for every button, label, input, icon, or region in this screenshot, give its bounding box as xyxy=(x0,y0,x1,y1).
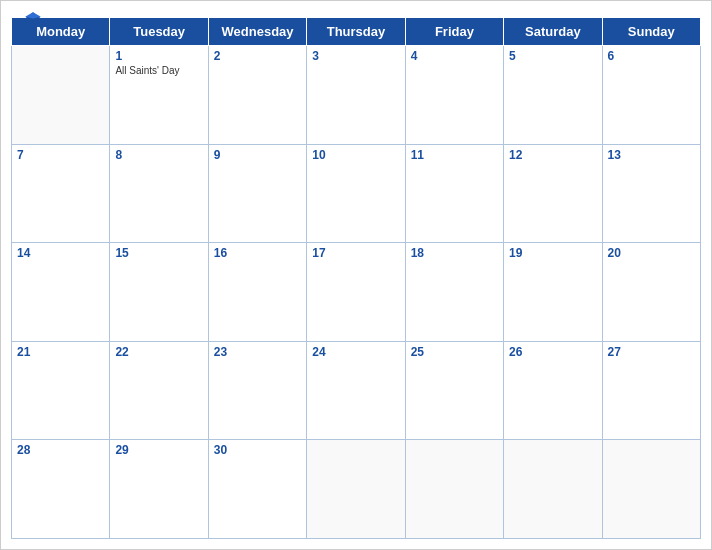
day-cell: 14 xyxy=(12,243,110,342)
day-number: 9 xyxy=(214,148,301,162)
day-number: 20 xyxy=(608,246,695,260)
day-cell: 27 xyxy=(602,341,700,440)
week-row-2: 14151617181920 xyxy=(12,243,701,342)
week-row-1: 78910111213 xyxy=(12,144,701,243)
day-number: 29 xyxy=(115,443,202,457)
day-cell: 1All Saints' Day xyxy=(110,46,208,145)
day-number: 28 xyxy=(17,443,104,457)
day-number: 1 xyxy=(115,49,202,63)
day-number: 5 xyxy=(509,49,596,63)
day-number: 6 xyxy=(608,49,695,63)
day-number: 23 xyxy=(214,345,301,359)
day-cell: 25 xyxy=(405,341,503,440)
day-cell: 18 xyxy=(405,243,503,342)
day-cell xyxy=(504,440,602,539)
day-cell: 11 xyxy=(405,144,503,243)
day-number: 19 xyxy=(509,246,596,260)
day-number: 3 xyxy=(312,49,399,63)
day-cell: 6 xyxy=(602,46,700,145)
day-cell: 21 xyxy=(12,341,110,440)
day-cell: 22 xyxy=(110,341,208,440)
day-number: 7 xyxy=(17,148,104,162)
day-number: 18 xyxy=(411,246,498,260)
day-cell: 4 xyxy=(405,46,503,145)
day-cell xyxy=(12,46,110,145)
header xyxy=(1,1,711,17)
day-cell: 24 xyxy=(307,341,405,440)
day-cell: 16 xyxy=(208,243,306,342)
day-cell: 28 xyxy=(12,440,110,539)
day-number: 15 xyxy=(115,246,202,260)
day-number: 11 xyxy=(411,148,498,162)
week-row-4: 282930 xyxy=(12,440,701,539)
weekday-thursday: Thursday xyxy=(307,18,405,46)
day-cell xyxy=(307,440,405,539)
day-cell: 30 xyxy=(208,440,306,539)
day-number: 12 xyxy=(509,148,596,162)
calendar-page: MondayTuesdayWednesdayThursdayFridaySatu… xyxy=(0,0,712,550)
weekday-sunday: Sunday xyxy=(602,18,700,46)
weekday-friday: Friday xyxy=(405,18,503,46)
holiday-label: All Saints' Day xyxy=(115,65,202,76)
day-number: 2 xyxy=(214,49,301,63)
day-number: 21 xyxy=(17,345,104,359)
day-number: 24 xyxy=(312,345,399,359)
generalblue-logo xyxy=(17,9,49,31)
week-row-3: 21222324252627 xyxy=(12,341,701,440)
calendar-body: 1All Saints' Day234567891011121314151617… xyxy=(12,46,701,539)
day-cell: 19 xyxy=(504,243,602,342)
week-row-0: 1All Saints' Day23456 xyxy=(12,46,701,145)
day-number: 25 xyxy=(411,345,498,359)
day-cell: 10 xyxy=(307,144,405,243)
day-number: 16 xyxy=(214,246,301,260)
calendar-table: MondayTuesdayWednesdayThursdayFridaySatu… xyxy=(11,17,701,539)
day-number: 26 xyxy=(509,345,596,359)
day-cell: 3 xyxy=(307,46,405,145)
weekday-saturday: Saturday xyxy=(504,18,602,46)
weekday-wednesday: Wednesday xyxy=(208,18,306,46)
day-cell: 8 xyxy=(110,144,208,243)
day-number: 4 xyxy=(411,49,498,63)
day-number: 30 xyxy=(214,443,301,457)
day-cell: 23 xyxy=(208,341,306,440)
day-cell: 17 xyxy=(307,243,405,342)
calendar-grid: MondayTuesdayWednesdayThursdayFridaySatu… xyxy=(1,17,711,549)
day-cell: 15 xyxy=(110,243,208,342)
day-number: 17 xyxy=(312,246,399,260)
day-cell: 29 xyxy=(110,440,208,539)
weekday-header-row: MondayTuesdayWednesdayThursdayFridaySatu… xyxy=(12,18,701,46)
day-cell: 26 xyxy=(504,341,602,440)
day-cell: 7 xyxy=(12,144,110,243)
day-number: 8 xyxy=(115,148,202,162)
day-cell: 5 xyxy=(504,46,602,145)
day-number: 22 xyxy=(115,345,202,359)
day-cell xyxy=(602,440,700,539)
day-number: 10 xyxy=(312,148,399,162)
day-number: 14 xyxy=(17,246,104,260)
day-cell: 9 xyxy=(208,144,306,243)
day-cell: 13 xyxy=(602,144,700,243)
day-cell: 12 xyxy=(504,144,602,243)
day-cell xyxy=(405,440,503,539)
day-cell: 20 xyxy=(602,243,700,342)
weekday-tuesday: Tuesday xyxy=(110,18,208,46)
day-number: 13 xyxy=(608,148,695,162)
day-number: 27 xyxy=(608,345,695,359)
day-cell: 2 xyxy=(208,46,306,145)
